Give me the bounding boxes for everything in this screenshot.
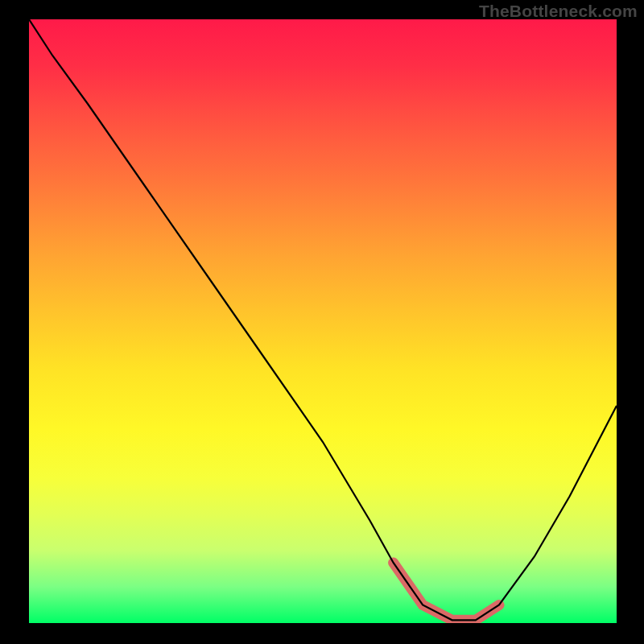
highlighted-minimum-segment [394,563,499,620]
plot-area [29,19,617,623]
bottleneck-curve-line [29,19,617,620]
chart-frame: TheBottleneck.com [0,0,644,644]
attribution-text: TheBottleneck.com [479,2,638,21]
curve-layer [29,19,617,623]
